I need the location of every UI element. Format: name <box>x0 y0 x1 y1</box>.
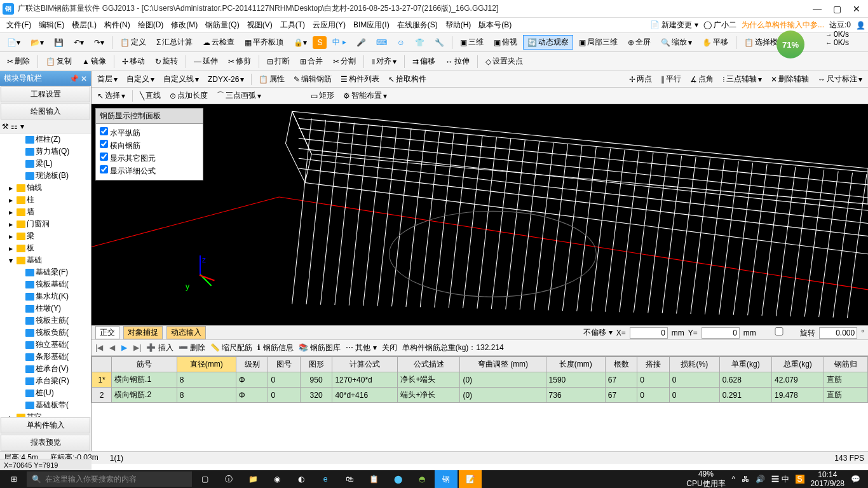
edge-icon[interactable]: e <box>314 470 337 488</box>
folder-icon[interactable]: 📁 <box>241 470 264 488</box>
shirt-icon[interactable]: 👕 <box>410 36 429 49</box>
tree-node[interactable]: ▸ 轴线 <box>0 182 91 194</box>
tree-node[interactable]: 现浇板(B) <box>0 170 91 182</box>
menu-10[interactable]: BIM应用(I) <box>349 20 393 30</box>
tree-node[interactable]: 筏板负筋( <box>0 327 91 339</box>
tree-node[interactable]: ▸ 板 <box>0 242 91 254</box>
three-point-axis-button[interactable]: ⁝ 三点辅轴 ▾ <box>719 73 765 85</box>
tree-node[interactable]: 柱墩(Y) <box>0 302 91 315</box>
grid-cell[interactable]: 0 <box>637 388 669 403</box>
store-icon[interactable]: 🛍 <box>338 470 361 488</box>
align-top-button[interactable]: ▦ 平齐板顶 <box>240 35 288 50</box>
user-icon[interactable]: 👤 <box>856 21 865 30</box>
tree-node[interactable]: ▸ 门窗洞 <box>0 218 91 230</box>
arc-tool[interactable]: ⌒ 三点画弧 ▾ <box>214 90 264 102</box>
zoom-button[interactable]: 🔍 缩放 ▾ <box>656 35 696 50</box>
app4-icon[interactable]: ⬤ <box>386 470 409 488</box>
lock-button[interactable]: 🔒▾ <box>289 36 311 49</box>
point-angle-button[interactable]: ∡ 点角 <box>687 73 717 85</box>
project-settings-button[interactable]: 工程设置 <box>1 86 90 102</box>
grid-cell[interactable]: 2 <box>92 388 112 403</box>
panel-check[interactable]: 水平纵筋 <box>100 126 199 139</box>
single-input-button[interactable]: 单构件输入 <box>1 417 90 433</box>
grid-cell[interactable]: 0 <box>268 388 300 403</box>
tree-node[interactable]: ▸ 墙 <box>0 206 91 218</box>
grid-cell[interactable]: (0) <box>460 388 546 403</box>
offset-button[interactable]: ⇉ 偏移 <box>408 54 440 69</box>
menu-0[interactable]: 文件(F) <box>3 20 35 30</box>
close-sidebar-icon[interactable]: ✕ <box>81 74 87 83</box>
col-header[interactable]: 图形 <box>300 357 332 372</box>
grid-cell[interactable]: Φ <box>236 388 268 403</box>
smart-layout-tool[interactable]: ⚙ 智能布置 ▾ <box>340 90 390 102</box>
col-header[interactable]: 公式描述 <box>398 357 460 372</box>
sum-button[interactable]: Σ 汇总计算 <box>152 35 197 50</box>
rect-tool[interactable]: ▭ 矩形 <box>308 90 337 102</box>
start-button[interactable]: ⊞ <box>3 470 25 488</box>
close-button[interactable]: 关闭 <box>382 342 397 353</box>
delete-axis-button[interactable]: ✕ 删除辅轴 <box>768 73 812 85</box>
tree-node[interactable]: 独立基础( <box>0 339 91 351</box>
tree-node[interactable]: ▸ 柱 <box>0 194 91 206</box>
grid-cell[interactable]: 0.291 <box>719 388 771 403</box>
local-3d-button[interactable]: ▣ 局部三维 <box>574 35 622 50</box>
col-header[interactable]: 钢筋归 <box>824 357 868 372</box>
two-point-button[interactable]: ✢ 两点 <box>626 73 655 85</box>
grip-button[interactable]: ◇ 设置夹点 <box>481 54 527 69</box>
col-header[interactable]: 图号 <box>268 357 300 372</box>
3d-viewport[interactable]: zy 钢筋显示控制面板 水平纵筋 横向钢筋 显示其它图元 显示详细公式 <box>92 104 868 325</box>
rebar-grid[interactable]: 筋号直径(mm)级别图号图形计算公式公式描述弯曲调整 (mm)长度(mm)根数搭… <box>92 356 868 451</box>
grid-cell[interactable]: 1270+40*d <box>332 372 398 388</box>
pick-button[interactable]: ↖ 拾取构件 <box>385 73 430 85</box>
align-button[interactable]: ⫴ 对齐 ▾ <box>367 54 401 69</box>
define-button[interactable]: 📋 定义 <box>116 35 151 50</box>
taskbar-search[interactable]: 🔍 在这里输入你要搜索的内容 <box>27 471 192 487</box>
pan-button[interactable]: ✋ 平移 <box>698 35 733 50</box>
tray-s-icon[interactable]: S <box>796 475 804 484</box>
tree-node[interactable]: 框柱(Z) <box>0 133 91 146</box>
grid-cell[interactable]: 950 <box>300 372 332 388</box>
dyn-toggle[interactable]: 动态输入 <box>166 326 206 339</box>
floor-select[interactable]: 首层 ▾ <box>94 73 121 85</box>
delete-row-button[interactable]: ➖ 删除 <box>179 342 205 353</box>
y-input[interactable] <box>702 327 740 339</box>
minimize-button[interactable]: — <box>813 4 822 14</box>
grid-cell[interactable]: 736 <box>546 388 605 403</box>
tree-node[interactable]: 筏板基础( <box>0 278 91 290</box>
app7-icon[interactable]: 📝 <box>459 470 482 488</box>
panel-check[interactable]: 显示其它图元 <box>100 152 199 165</box>
save-button[interactable]: 💾 <box>50 36 68 49</box>
col-header[interactable]: 弯曲调整 (mm) <box>460 357 546 372</box>
tree-node[interactable]: 基础梁(F) <box>0 266 91 278</box>
tree-node[interactable]: ▸ 其它 <box>0 411 91 417</box>
zhong-button[interactable]: 中 ▸ <box>328 35 350 50</box>
customline-select[interactable]: 自定义线 ▾ <box>160 73 202 85</box>
face-icon[interactable]: ☺ <box>393 36 409 49</box>
tree-node[interactable]: 集水坑(K) <box>0 290 91 302</box>
top-view-button[interactable]: ▣ 俯视 <box>489 35 522 50</box>
col-header[interactable]: 损耗(%) <box>669 357 719 372</box>
select-tool[interactable]: ↖ 选择 ▾ <box>94 90 128 102</box>
merge-button[interactable]: ⊞ 合并 <box>295 54 327 69</box>
dimension-button[interactable]: ↔ 尺寸标注 ▾ <box>815 73 865 85</box>
tree-node[interactable]: ▸ 梁 <box>0 230 91 242</box>
trim-button[interactable]: ✂ 修剪 <box>224 54 255 69</box>
extend-button[interactable]: — 延伸 <box>189 54 222 69</box>
menu-4[interactable]: 绘图(D) <box>134 20 168 30</box>
tool-icon[interactable]: 🔧 <box>430 36 449 49</box>
pin-icon[interactable]: 📌 <box>69 74 79 83</box>
col-header[interactable]: 计算公式 <box>332 357 398 372</box>
point-length-tool[interactable]: ⊙ 点加长度 <box>166 90 211 102</box>
col-header[interactable]: 根数 <box>605 357 637 372</box>
report-preview-button[interactable]: 报表预览 <box>1 435 90 451</box>
tray-net-icon[interactable]: 🖧 <box>742 475 749 484</box>
grid-cell[interactable]: 0.628 <box>719 372 771 388</box>
code-select[interactable]: ZDYX-26 ▾ <box>205 74 247 85</box>
app2-icon[interactable]: ◐ <box>290 470 313 488</box>
menu-1[interactable]: 编辑(E) <box>35 20 68 30</box>
menu-2[interactable]: 楼层(L) <box>68 20 100 30</box>
keyboard-icon[interactable]: ⌨ <box>372 36 391 49</box>
task-view-icon[interactable]: ▢ <box>193 470 216 488</box>
tree-node[interactable]: 基础板带( <box>0 399 91 411</box>
custom-select[interactable]: 自定义 ▾ <box>123 73 158 85</box>
